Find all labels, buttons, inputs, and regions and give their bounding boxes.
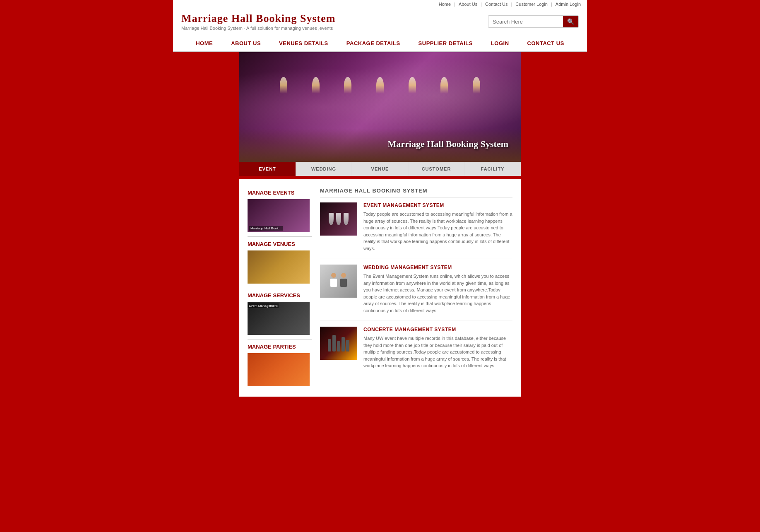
sidebar-title-events: MANAGE EVENTS	[248, 190, 312, 196]
sep2: |	[481, 2, 482, 7]
wedding-text: WEDDING MANAGEMENT SYSTEM The Event Mana…	[363, 265, 512, 314]
top-link-admin-login[interactable]: Admin Login	[556, 2, 581, 7]
concert-thumb	[320, 327, 357, 360]
top-links-bar: Home | About Us | Contact Us | Customer …	[173, 0, 587, 8]
crowd-2	[332, 335, 336, 351]
sidebar-divider-1	[248, 236, 312, 237]
section-heading: MARRIAGE HALL BOOKING SYSTEM	[320, 188, 512, 197]
nav-item-contact[interactable]: CONTACT US	[518, 35, 573, 51]
sidebar-thumb-venues[interactable]	[248, 250, 310, 284]
wedding-body: The Event Management System runs online,…	[363, 273, 512, 314]
person-body-2	[340, 279, 347, 287]
event-text: EVENT MANAGEMENT SYSTEM Today people are…	[363, 202, 512, 252]
sidebar-thumb-services[interactable]: Event Management	[248, 302, 310, 335]
nav-link-login[interactable]: LOGIN	[482, 35, 518, 51]
hero-banner: Marriage Hall Booking System	[239, 52, 521, 162]
tab-event[interactable]: EVENT	[239, 162, 296, 176]
top-link-customer-login[interactable]: Customer Login	[515, 2, 548, 7]
crowd-3	[337, 341, 340, 351]
sidebar-title-parties: MANAGE PARTIES	[248, 344, 312, 350]
sidebar-thumb-events-label: Marriage Hall Book...	[249, 226, 283, 231]
left-sidebar: MANAGE EVENTS Marriage Hall Book... MANA…	[248, 188, 312, 388]
site-header: Marriage Hall Booking System Marriage Ha…	[173, 8, 587, 35]
wedding-person-1	[329, 273, 338, 289]
sidebar-divider-2	[248, 288, 312, 288]
concert-text: CONCERTE MANAGEMENT SYSTEM Many UW event…	[363, 327, 512, 369]
top-link-contact[interactable]: Contact Us	[485, 2, 507, 7]
concert-body: Many UW event have multiple records in t…	[363, 335, 512, 369]
glass-1	[329, 213, 334, 225]
nav-link-venues[interactable]: VENUES DETAILS	[270, 35, 337, 51]
hero-light-6	[440, 77, 448, 94]
crowd-5	[346, 340, 349, 351]
nav-link-package[interactable]: PACKAGE DETAILS	[337, 35, 409, 51]
nav-item-venues[interactable]: VENUES DETAILS	[270, 35, 337, 51]
event-body: Today people are accustomed to accessing…	[363, 211, 512, 252]
tab-customer[interactable]: CUSTOMER	[408, 162, 464, 176]
nav-item-about[interactable]: ABOUT US	[222, 35, 270, 51]
hero-light-5	[409, 77, 416, 94]
nav-link-about[interactable]: ABOUT US	[222, 35, 270, 51]
sidebar-thumb-parties[interactable]	[248, 353, 310, 386]
top-link-about[interactable]: About Us	[459, 2, 477, 7]
sidebar-thumb-events[interactable]: Marriage Hall Book...	[248, 199, 310, 232]
glass-3	[344, 213, 349, 225]
crowd-4	[342, 337, 345, 351]
search-input[interactable]	[488, 16, 563, 27]
person-body-1	[330, 279, 337, 287]
content-block-wedding: WEDDING MANAGEMENT SYSTEM The Event Mana…	[320, 265, 512, 320]
sep4: |	[551, 2, 552, 7]
glass-2	[336, 213, 341, 225]
event-title: EVENT MANAGEMENT SYSTEM	[363, 202, 512, 208]
wedding-thumb	[320, 265, 357, 298]
sep1: |	[454, 2, 455, 7]
crowd-shape	[328, 335, 349, 351]
nav-item-supplier[interactable]: SUPPLIER DETAILS	[409, 35, 482, 51]
tab-bar: EVENT WEDDING VENUE CUSTOMER FACILITY	[239, 162, 521, 176]
nav-item-home[interactable]: HOME	[187, 35, 222, 51]
site-title: Marriage Hall Booking System	[181, 12, 335, 25]
nav-link-supplier[interactable]: SUPPLIER DETAILS	[409, 35, 482, 51]
sep3: |	[511, 2, 512, 7]
wedding-title: WEDDING MANAGEMENT SYSTEM	[363, 265, 512, 270]
main-nav: HOME ABOUT US VENUES DETAILS PACKAGE DET…	[173, 35, 587, 52]
sidebar-title-services: MANAGE SERVICES	[248, 292, 312, 298]
tab-wedding[interactable]: WEDDING	[296, 162, 352, 176]
search-button[interactable]: 🔍	[563, 16, 578, 27]
content-block-event: EVENT MANAGEMENT SYSTEM Today people are…	[320, 202, 512, 258]
hero-lights	[267, 77, 493, 94]
content-block-concert: CONCERTE MANAGEMENT SYSTEM Many UW event…	[320, 327, 512, 376]
tab-facility[interactable]: FACILITY	[464, 162, 521, 176]
hero-title: Marriage Hall Booking System	[388, 139, 508, 149]
hero-background: Marriage Hall Booking System	[239, 52, 521, 162]
right-content: MARRIAGE HALL BOOKING SYSTEM EVENT MANAG…	[320, 188, 512, 388]
sidebar-thumb-services-label: Event Management	[248, 303, 279, 308]
hero-light-3	[344, 77, 351, 94]
nav-item-package[interactable]: PACKAGE DETAILS	[337, 35, 409, 51]
person-head-2	[341, 273, 346, 278]
crowd-1	[328, 339, 331, 351]
nav-item-login[interactable]: LOGIN	[482, 35, 518, 51]
hero-light-4	[376, 77, 384, 94]
content-wrapper: MANAGE EVENTS Marriage Hall Book... MANA…	[239, 179, 521, 397]
hero-light-1	[280, 77, 287, 94]
person-head-1	[331, 273, 336, 278]
nav-link-home[interactable]: HOME	[187, 35, 222, 51]
nav-link-contact[interactable]: CONTACT US	[518, 35, 573, 51]
wedding-person-2	[339, 273, 348, 289]
sidebar-title-venues: MANAGE VENUES	[248, 241, 312, 247]
search-box: 🔍	[488, 15, 579, 28]
content-layout: MANAGE EVENTS Marriage Hall Book... MANA…	[248, 188, 512, 388]
hero-light-2	[312, 77, 320, 94]
concert-title: CONCERTE MANAGEMENT SYSTEM	[363, 327, 512, 332]
site-subtitle: Marriage Hall Booking System - A full so…	[181, 26, 335, 31]
top-link-home[interactable]: Home	[439, 2, 451, 7]
sidebar-divider-3	[248, 339, 312, 339]
event-thumb	[320, 202, 357, 236]
tab-venue[interactable]: VENUE	[352, 162, 408, 176]
hero-light-7	[473, 77, 480, 94]
header-branding: Marriage Hall Booking System Marriage Ha…	[181, 12, 335, 31]
